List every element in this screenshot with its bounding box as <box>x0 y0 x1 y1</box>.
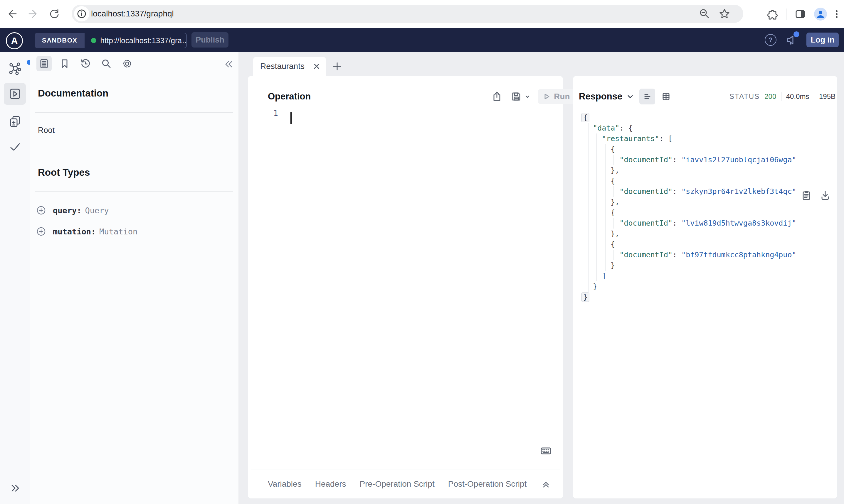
rail-explorer[interactable] <box>4 83 26 105</box>
collapse-sidebar-icon[interactable] <box>223 58 234 70</box>
root-type-name: mutation: <box>53 227 96 236</box>
footer-tab-variables[interactable]: Variables <box>268 479 302 489</box>
docs-root-link[interactable]: Root <box>38 126 55 135</box>
search-icon[interactable] <box>99 56 114 71</box>
download-response-icon[interactable] <box>820 190 831 201</box>
code-line: "documentId": "bf97tfdumkcc8ptahkng4puo" <box>584 250 796 260</box>
code-line: "data": { <box>584 123 796 133</box>
connection-status-dot <box>91 38 96 43</box>
divider <box>35 191 233 192</box>
footer-collapse-icon[interactable] <box>541 479 551 489</box>
left-rail <box>0 52 30 504</box>
root-type-mutation[interactable]: mutation:Mutation <box>36 224 137 239</box>
code-line: { <box>584 176 796 186</box>
endpoint-control[interactable]: SANDBOX http://localhost:1337/gra… <box>35 33 187 48</box>
footer-tab-headers[interactable]: Headers <box>315 479 346 489</box>
address-bar[interactable]: localhost:1337/graphql <box>72 5 743 23</box>
run-button[interactable]: Run <box>538 89 575 104</box>
zoom-out-icon[interactable] <box>699 8 710 20</box>
sandbox-badge: SANDBOX <box>35 33 85 48</box>
editor-line-number: 1 <box>273 109 278 118</box>
browser-chrome: localhost:1337/graphql <box>0 0 844 28</box>
share-icon[interactable] <box>491 91 503 102</box>
apollo-logo[interactable]: A <box>6 32 23 49</box>
login-button[interactable]: Log in <box>806 33 839 47</box>
tab-restaurants[interactable]: Restaurants <box>253 57 326 76</box>
expand-plus-icon[interactable] <box>36 227 46 236</box>
code-line: "documentId": "szkyn3pr64r1v2lkebf3t4qc" <box>584 186 796 197</box>
profile-avatar[interactable] <box>814 7 827 20</box>
browser-menu-icon[interactable] <box>834 8 839 20</box>
new-tab-icon[interactable] <box>331 60 343 72</box>
operation-panel: Operation Run 1 VariablesHeader <box>247 76 563 499</box>
announcements-icon[interactable] <box>785 34 797 46</box>
code-line: { <box>584 239 796 250</box>
status-label: STATUS <box>729 92 760 101</box>
expand-plus-icon[interactable] <box>36 206 46 215</box>
endpoint-url[interactable]: http://localhost:1337/gra… <box>100 36 187 45</box>
code-line: "documentId": "lviw819d5htwvga8s3kovdij" <box>584 218 796 229</box>
status-code: 200 <box>764 92 776 101</box>
back-icon[interactable] <box>6 8 18 20</box>
forward-icon[interactable] <box>27 8 39 20</box>
history-icon[interactable] <box>78 56 93 71</box>
sidebar-toolbar <box>30 52 239 76</box>
side-panel-icon[interactable] <box>794 8 806 20</box>
response-size: 195B <box>819 92 836 101</box>
save-icon[interactable] <box>511 91 530 102</box>
publish-button[interactable]: Publish <box>191 32 228 48</box>
root-type-query[interactable]: query:Query <box>36 203 109 218</box>
code-line: "documentId": "iavv1s2l27uoblqcjai06wga" <box>584 155 796 165</box>
code-line: { <box>584 208 796 218</box>
rail-expand-icon[interactable] <box>4 477 26 499</box>
rail-schema-diff[interactable] <box>4 111 26 132</box>
response-panel: Response STATUS 200 40.0ms 195B <box>573 76 838 499</box>
code-line: "restaurants": [ <box>584 133 796 144</box>
help-glyph: ? <box>769 36 772 44</box>
site-info-icon[interactable] <box>74 6 89 21</box>
bookmark-star-icon[interactable] <box>719 8 730 20</box>
code-line: }, <box>584 165 796 176</box>
help-icon[interactable]: ? <box>765 34 776 46</box>
documentation-tab-icon[interactable] <box>36 56 52 71</box>
root-type-type: Mutation <box>99 227 137 236</box>
divider <box>35 112 233 113</box>
operation-footer: VariablesHeadersPre-Operation ScriptPost… <box>251 469 560 499</box>
operation-footer-tabs: VariablesHeadersPre-Operation ScriptPost… <box>268 479 527 489</box>
rail-checks[interactable] <box>4 136 26 158</box>
table-view-toggle[interactable] <box>658 89 674 105</box>
meta-divider <box>814 92 814 101</box>
code-line: }, <box>584 197 796 208</box>
root-type-type: Query <box>85 206 109 215</box>
tab-close-icon[interactable] <box>312 62 321 70</box>
extensions-icon[interactable] <box>766 8 778 20</box>
raw-view-toggle[interactable] <box>639 89 655 105</box>
url-text[interactable]: localhost:1337/graphql <box>91 9 174 18</box>
response-dropdown-icon[interactable] <box>626 93 634 100</box>
code-line: }, <box>584 229 796 239</box>
app-root: localhost:1337/graphql <box>0 0 844 504</box>
response-code[interactable]: { "data": { "restaurants": [ { "document… <box>584 112 796 303</box>
operation-editor[interactable] <box>283 105 557 451</box>
docs-title: Documentation <box>38 88 108 99</box>
fold-marker[interactable]: { <box>582 113 589 122</box>
settings-icon[interactable] <box>120 56 135 71</box>
keyboard-shortcuts-icon[interactable] <box>540 445 552 457</box>
response-time: 40.0ms <box>786 92 809 101</box>
code-line: } <box>584 281 796 292</box>
copy-response-icon[interactable] <box>801 190 812 201</box>
footer-tab-post-operation-script[interactable]: Post-Operation Script <box>448 479 527 489</box>
docs-sidebar: Documentation Root Root Types query:Quer… <box>30 52 239 504</box>
root-type-name: query: <box>53 206 82 215</box>
code-line: ] <box>584 271 796 281</box>
meta-divider <box>781 92 781 101</box>
rail-schema-graph[interactable] <box>4 57 26 79</box>
code-line: } <box>584 260 796 271</box>
tab-label: Restaurants <box>260 61 305 71</box>
toolbar-divider <box>786 8 787 20</box>
reload-icon[interactable] <box>49 8 60 20</box>
footer-tab-pre-operation-script[interactable]: Pre-Operation Script <box>360 479 435 489</box>
bookmarks-icon[interactable] <box>57 56 72 71</box>
operation-title: Operation <box>268 91 311 102</box>
fold-marker[interactable]: } <box>582 292 589 302</box>
